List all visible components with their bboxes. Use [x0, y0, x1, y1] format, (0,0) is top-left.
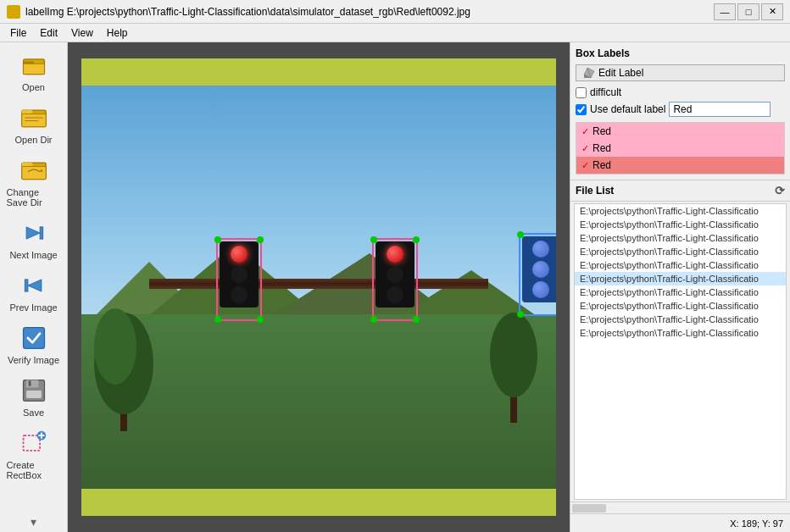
svg-rect-15	[23, 328, 44, 349]
file-list-header: File List ⟳	[570, 180, 790, 202]
titlebar-title: labelImg E:\projects\python\Traffic-Ligh…	[25, 6, 470, 18]
sidebar-chevron[interactable]: ▾	[4, 512, 64, 532]
label-item-0[interactable]: ✓ Red	[576, 123, 784, 140]
open-label: Open	[22, 82, 45, 92]
box-labels-title: Box Labels	[576, 47, 785, 59]
statusbar: X: 189; Y: 97	[570, 513, 790, 532]
label-item-2[interactable]: ✓ Red	[576, 157, 784, 174]
file-list-hscroll[interactable]	[570, 502, 790, 513]
save-label: Save	[23, 407, 44, 418]
corner-bl2	[370, 316, 377, 323]
coords-display: X: 189; Y: 97	[730, 518, 783, 529]
label-item-1[interactable]: ✓ Red	[576, 140, 784, 157]
bbox-right	[519, 233, 556, 316]
use-default-label-checkbox[interactable]	[576, 104, 587, 115]
menu-view[interactable]: View	[64, 25, 100, 41]
sidebar: Open Open Dir	[0, 42, 68, 532]
traffic-arm	[149, 279, 488, 289]
scene	[81, 58, 556, 516]
file-list-title: File List	[576, 185, 614, 197]
top-border	[81, 58, 556, 86]
default-label-row: Use default label	[576, 102, 785, 117]
labels-list: ✓ Red ✓ Red ✓ Red	[576, 122, 785, 175]
open-dir-icon	[19, 103, 49, 133]
svg-rect-14	[25, 280, 28, 291]
prev-image-label: Prev Image	[9, 302, 57, 313]
bbox-middle	[372, 238, 418, 321]
save-button[interactable]: Save	[4, 371, 64, 422]
file-item-0[interactable]: E:\projects\python\Traffic-Light-Classif…	[575, 204, 786, 218]
file-item-6[interactable]: E:\projects\python\Traffic-Light-Classif…	[575, 285, 786, 299]
next-image-icon	[19, 218, 49, 248]
bottom-border	[81, 489, 556, 516]
svg-rect-9	[21, 167, 45, 180]
default-label-input[interactable]	[669, 102, 771, 117]
prev-image-button[interactable]: Prev Image	[4, 266, 64, 317]
change-save-dir-button[interactable]: Change Save Dir	[4, 151, 64, 212]
file-item-5[interactable]: E:\projects\python\Traffic-Light-Classif…	[575, 272, 786, 285]
file-list-items[interactable]: E:\projects\python\Traffic-Light-Classif…	[574, 203, 787, 500]
use-default-label-text: Use default label	[590, 103, 665, 115]
create-rectbox-label: Create RectBox	[7, 460, 61, 480]
menu-edit[interactable]: Edit	[33, 25, 64, 41]
edit-label-icon	[583, 67, 595, 79]
menu-file[interactable]: File	[3, 25, 33, 41]
menubar: File Edit View Help	[0, 24, 790, 42]
bbox-left	[216, 238, 262, 321]
minimize-button[interactable]: —	[714, 3, 736, 20]
corner-br	[257, 316, 264, 323]
label-text-0: Red	[592, 125, 611, 137]
file-item-2[interactable]: E:\projects\python\Traffic-Light-Classif…	[575, 231, 786, 245]
titlebar-left: labelImg E:\projects\python\Traffic-Ligh…	[7, 5, 470, 19]
corner-br2	[413, 316, 420, 323]
svg-marker-13	[27, 280, 41, 291]
file-item-9[interactable]: E:\projects\python\Traffic-Light-Classif…	[575, 326, 786, 340]
file-item-8[interactable]: E:\projects\python\Traffic-Light-Classif…	[575, 313, 786, 326]
file-item-1[interactable]: E:\projects\python\Traffic-Light-Classif…	[575, 218, 786, 231]
corner-tl2	[370, 236, 377, 243]
traffic-light-middle	[376, 241, 414, 308]
file-list-refresh-icon[interactable]: ⟳	[775, 184, 785, 197]
create-rectbox-icon	[19, 428, 49, 458]
titlebar: labelImg E:\projects\python\Traffic-Ligh…	[0, 0, 790, 24]
svg-rect-17	[26, 380, 38, 388]
box-labels-section: Box Labels Edit Label difficult Use defa…	[570, 42, 790, 180]
menu-help[interactable]: Help	[100, 25, 135, 41]
verify-image-label: Verify Image	[8, 355, 59, 365]
label-text-1: Red	[592, 142, 611, 154]
file-item-7[interactable]: E:\projects\python\Traffic-Light-Classif…	[575, 299, 786, 313]
corner-tl	[214, 236, 221, 243]
maximize-button[interactable]: □	[737, 3, 759, 20]
open-button[interactable]: Open	[4, 46, 64, 97]
canvas-area[interactable]	[68, 42, 570, 532]
create-rectbox-button[interactable]: Create RectBox	[4, 424, 64, 485]
open-dir-button[interactable]: Open Dir	[4, 98, 64, 149]
difficult-row: difficult	[576, 86, 785, 98]
open-dir-label: Open Dir	[14, 135, 52, 145]
svg-point-30	[94, 308, 136, 385]
label-text-2: Red	[592, 159, 611, 171]
change-save-dir-label: Change Save Dir	[7, 187, 61, 208]
hscroll-bar	[572, 504, 606, 513]
next-image-label: Next Image	[9, 250, 57, 260]
titlebar-controls: — □ ✕	[714, 3, 783, 20]
file-item-3[interactable]: E:\projects\python\Traffic-Light-Classif…	[575, 245, 786, 258]
svg-rect-12	[40, 227, 43, 239]
corner-bl	[214, 316, 221, 323]
corner-bl3	[517, 311, 524, 318]
change-save-dir-icon	[19, 155, 49, 186]
svg-rect-20	[23, 435, 40, 451]
file-item-4[interactable]: E:\projects\python\Traffic-Light-Classif…	[575, 258, 786, 272]
close-button[interactable]: ✕	[761, 3, 783, 20]
right-panel: Box Labels Edit Label difficult Use defa…	[570, 42, 790, 532]
difficult-checkbox[interactable]	[576, 87, 587, 98]
corner-tr2	[413, 236, 420, 243]
verify-image-icon	[19, 323, 49, 353]
prev-image-icon	[19, 270, 49, 301]
tree-left	[90, 279, 158, 434]
file-list-section: File List ⟳ E:\projects\python\Traffic-L…	[570, 180, 790, 513]
next-image-button[interactable]: Next Image	[4, 213, 64, 264]
label-check-2: ✓	[581, 160, 589, 171]
verify-image-button[interactable]: Verify Image	[4, 319, 64, 369]
edit-label-button[interactable]: Edit Label	[576, 64, 785, 81]
